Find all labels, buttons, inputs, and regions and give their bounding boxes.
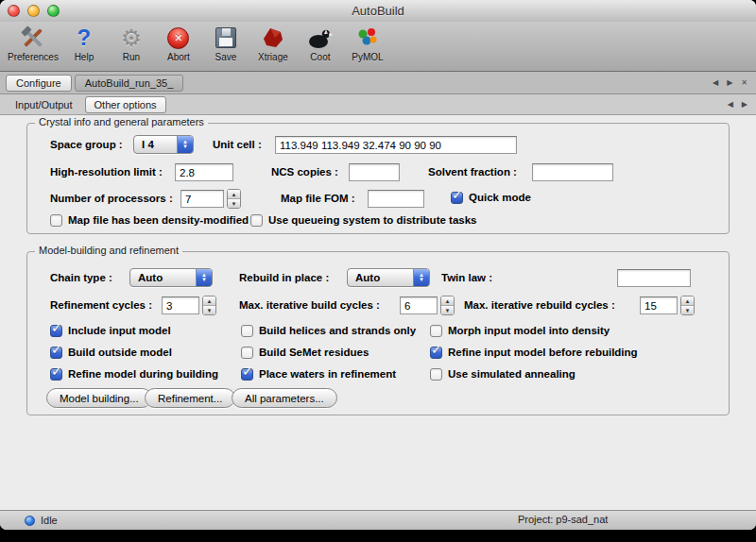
- max-rebuild-cycles-label: Max. iterative rebuild cycles :: [464, 299, 615, 311]
- processors-input[interactable]: [180, 190, 224, 208]
- stepper-up-icon[interactable]: ▲: [441, 296, 454, 306]
- chain-type-select[interactable]: Auto ▲▼: [129, 268, 213, 287]
- zoom-button[interactable]: [47, 5, 60, 17]
- close-button[interactable]: [8, 5, 20, 17]
- stepper-down-icon[interactable]: ▼: [228, 199, 240, 208]
- refinement-cycles-input[interactable]: [162, 296, 199, 314]
- checkbox-box-icon: ✓: [451, 192, 463, 204]
- checkbox-label: Place waters in refinement: [259, 368, 396, 380]
- unit-cell-input[interactable]: [275, 136, 517, 154]
- tool-label: Coot: [310, 52, 330, 62]
- autobuild-window: AutoBuild Preferences ? Help ⚙ Run ✕ Abo…: [0, 0, 756, 530]
- twin-law-input[interactable]: [617, 269, 691, 287]
- tool-label: Xtriage: [258, 52, 288, 62]
- quick-mode-checkbox[interactable]: ✓ Quick mode: [451, 191, 531, 204]
- checkbox-label: Refine input model before rebuilding: [448, 347, 638, 358]
- checkbox-box-icon: ✓: [50, 347, 62, 359]
- preferences-button[interactable]: Preferences: [8, 24, 59, 62]
- abort-icon: ✕: [162, 24, 196, 52]
- checkbox-label: Use simulated annealing: [448, 368, 576, 380]
- build-outside-model-checkbox[interactable]: ✓ Build outside model: [50, 346, 172, 359]
- stepper-up-icon[interactable]: ▲: [203, 296, 215, 306]
- project-label: Project: p9-sad_nat: [518, 514, 608, 525]
- solvent-fraction-input[interactable]: [532, 163, 613, 181]
- tool-label: Abort: [167, 52, 190, 62]
- run-gear-icon: ⚙: [114, 24, 148, 52]
- map-fom-label: Map file FOM :: [281, 193, 355, 204]
- space-group-select[interactable]: I 4 ▲▼: [133, 135, 194, 154]
- checkbox-box-icon: ✓: [430, 368, 442, 381]
- checkbox-label: Quick mode: [469, 192, 531, 203]
- tab-autobuild-run-35[interactable]: AutoBuild_run_35_: [75, 75, 184, 92]
- simulated-annealing-checkbox[interactable]: ✓ Use simulated annealing: [430, 367, 576, 381]
- tab-scroll-left-icon[interactable]: ◀: [710, 77, 721, 88]
- title-bar[interactable]: AutoBuild: [0, 0, 756, 22]
- stepper-up-icon[interactable]: ▲: [681, 296, 694, 306]
- help-icon: ?: [67, 24, 101, 52]
- refine-input-model-checkbox[interactable]: ✓ Refine input model before rebuilding: [430, 346, 638, 359]
- save-button[interactable]: Save: [204, 24, 248, 62]
- chain-type-label: Chain type :: [50, 272, 112, 283]
- popup-arrows-icon: ▲▼: [413, 269, 429, 286]
- place-waters-checkbox[interactable]: ✓ Place waters in refinement: [241, 367, 396, 381]
- tool-label: Preferences: [8, 52, 59, 62]
- subtab-scroll-left-icon[interactable]: ◀: [725, 99, 736, 110]
- checkbox-box-icon: ✓: [241, 325, 253, 337]
- checkbox-label: Build outside model: [68, 347, 172, 358]
- density-modified-checkbox[interactable]: ✓ Map file has been density-modified: [50, 213, 249, 227]
- checkbox-box-icon: ✓: [50, 368, 62, 381]
- checkbox-box-icon: ✓: [430, 325, 442, 337]
- tab-configure[interactable]: Configure: [6, 75, 72, 92]
- high-resolution-input[interactable]: [175, 163, 233, 181]
- pymol-button[interactable]: PyMOL: [346, 24, 389, 62]
- max-rebuild-cycles-input[interactable]: [640, 296, 678, 314]
- map-fom-input[interactable]: [368, 190, 424, 208]
- morph-input-model-checkbox[interactable]: ✓ Morph input model into density: [430, 324, 610, 337]
- build-helices-checkbox[interactable]: ✓ Build helices and strands only: [241, 324, 416, 337]
- max-build-cycles-input[interactable]: [400, 296, 438, 314]
- checkbox-box-icon: ✓: [430, 347, 442, 359]
- selected-value: Auto: [355, 272, 380, 283]
- all-parameters-button[interactable]: All parameters...: [232, 388, 337, 408]
- tab-input-output[interactable]: Input/Output: [6, 96, 82, 113]
- twin-law-label: Twin law :: [441, 272, 492, 283]
- stepper-down-icon[interactable]: ▼: [681, 306, 694, 314]
- tab-scroll-right-icon[interactable]: ▶: [724, 77, 735, 88]
- abort-button[interactable]: ✕ Abort: [157, 24, 200, 62]
- stepper-up-icon[interactable]: ▲: [228, 190, 240, 199]
- processors-stepper[interactable]: ▲ ▼: [227, 189, 241, 209]
- high-resolution-label: High-resolution limit :: [50, 166, 163, 178]
- xtriage-button[interactable]: Xtriage: [251, 24, 295, 62]
- refine-during-building-checkbox[interactable]: ✓ Refine model during building: [50, 367, 218, 381]
- queueing-system-checkbox[interactable]: ✓ Use queueing system to distribute task…: [250, 213, 476, 227]
- help-button[interactable]: ? Help: [62, 24, 106, 62]
- checkbox-label: Build SeMet residues: [259, 347, 369, 358]
- tab-close-icon[interactable]: ✕: [738, 77, 750, 88]
- minimize-button[interactable]: [27, 5, 40, 17]
- checkbox-box-icon: ✓: [250, 214, 263, 227]
- subtab-scroll-right-icon[interactable]: ▶: [739, 99, 750, 110]
- stepper-down-icon[interactable]: ▼: [441, 306, 454, 314]
- refinement-button[interactable]: Refinement...: [145, 388, 235, 408]
- status-indicator-icon: [25, 516, 35, 526]
- tab-other-options[interactable]: Other options: [85, 96, 166, 113]
- status-bar: Idle Project: p9-sad_nat: [0, 510, 756, 530]
- stepper-down-icon[interactable]: ▼: [203, 306, 215, 314]
- run-tab-bar: Configure AutoBuild_run_35_ ◀ ▶ ✕: [0, 72, 756, 94]
- coot-button[interactable]: Coot: [299, 24, 342, 62]
- include-input-model-checkbox[interactable]: ✓ Include input model: [50, 324, 171, 337]
- options-tab-bar: Input/Output Other options ◀ ▶: [0, 94, 756, 115]
- build-semet-checkbox[interactable]: ✓ Build SeMet residues: [241, 346, 369, 359]
- ncs-copies-input[interactable]: [349, 163, 400, 181]
- checkbox-box-icon: ✓: [50, 214, 62, 227]
- build-cycles-stepper[interactable]: ▲ ▼: [440, 296, 455, 315]
- refinement-cycles-stepper[interactable]: ▲ ▼: [202, 296, 216, 315]
- status-text: Idle: [41, 515, 58, 526]
- model-building-button[interactable]: Model building...: [46, 388, 152, 408]
- refinement-cycles-label: Refinement cycles :: [50, 299, 152, 311]
- run-button[interactable]: ⚙ Run: [110, 24, 153, 62]
- rebuild-cycles-stepper[interactable]: ▲ ▼: [680, 296, 695, 315]
- rebuild-in-place-select[interactable]: Auto ▲▼: [347, 268, 430, 287]
- space-group-label: Space group :: [50, 139, 123, 150]
- checkbox-label: Include input model: [68, 325, 171, 336]
